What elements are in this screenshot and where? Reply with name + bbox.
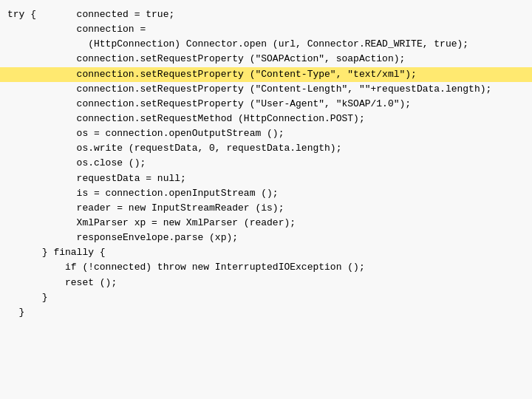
code-line: connection.setRequestProperty ("SOAPActi… — [0, 52, 532, 66]
code-line: responseEnvelope.parse (xp); — [0, 231, 532, 245]
code-line: try { connected = true; — [0, 7, 532, 22]
code-line: os.write (requestData, 0, requestData.le… — [0, 141, 532, 156]
code-line: requestData = null; — [0, 171, 532, 186]
code-line: os.close (); — [0, 156, 532, 171]
code-line: connection = — [0, 22, 532, 37]
code-line: os = connection.openOutputStream (); — [0, 126, 532, 141]
code-line: connection.setRequestProperty ("Content-… — [0, 67, 532, 82]
code-line: connection.setRequestProperty ("Content-… — [0, 82, 532, 97]
code-line: connection.setRequestMethod (HttpConnect… — [0, 112, 532, 126]
code-line: } — [0, 305, 532, 320]
code-editor: try { connected = true; connection = (Ht… — [0, 0, 532, 399]
code-line: } finally { — [0, 245, 532, 260]
code-line: is = connection.openInputStream (); — [0, 186, 532, 201]
code-line: } — [0, 290, 532, 305]
code-line: XmlParser xp = new XmlParser (reader); — [0, 216, 532, 231]
code-line: connection.setRequestProperty ("User-Age… — [0, 97, 532, 112]
code-line: if (!connected) throw new InterruptedIOE… — [0, 260, 532, 275]
code-line: reader = new InputStreamReader (is); — [0, 201, 532, 216]
code-line: (HttpConnection) Connector.open (url, Co… — [0, 37, 532, 52]
code-line: reset (); — [0, 276, 532, 290]
